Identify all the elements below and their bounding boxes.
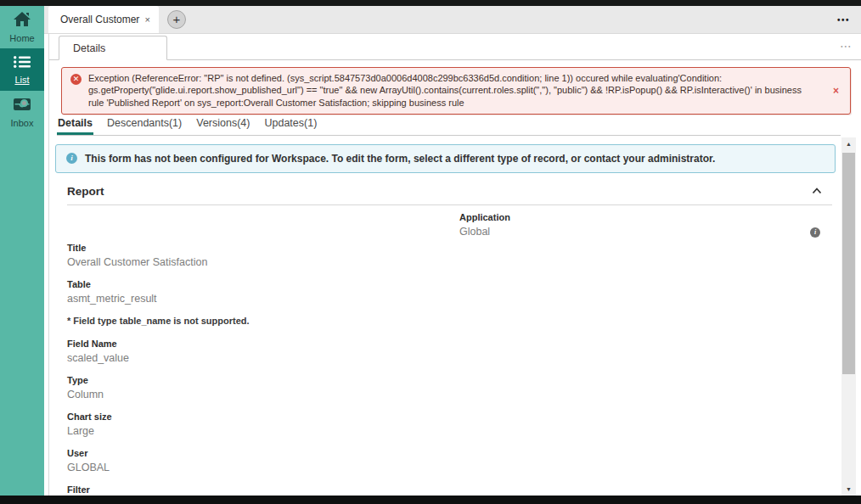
- field-chart-size: Chart size Large: [67, 412, 832, 437]
- record-tabstrip: Overall Customer ... × + •••: [44, 6, 861, 34]
- tab-versions[interactable]: Versions(4): [195, 115, 250, 135]
- sidebar-item-label: Inbox: [11, 118, 34, 128]
- field-label: Type: [67, 375, 832, 385]
- sidebar-item-list[interactable]: List: [0, 48, 44, 91]
- scrollbar-track[interactable]: [841, 151, 856, 482]
- field-value: asmt_metric_result: [67, 293, 832, 305]
- tab-details-outer[interactable]: Details: [59, 36, 167, 60]
- field-value: Overall Customer Satisfaction: [67, 256, 832, 268]
- form-scroll-area: i This form has not been configured for …: [49, 136, 861, 496]
- scrollbar-thumb[interactable]: [842, 153, 855, 374]
- field-title: Title Overall Customer Satisfaction: [67, 243, 832, 268]
- main-area: Overall Customer ... × + ••• Details ⋯ ✕…: [44, 6, 861, 496]
- field-label: Title: [67, 243, 832, 253]
- sidebar-item-home[interactable]: Home: [0, 6, 44, 48]
- exception-alert-text: Exception (ReferenceError: "RP" is not d…: [88, 72, 818, 109]
- bottom-chrome-bar: [0, 496, 861, 504]
- info-icon: i: [66, 153, 77, 164]
- chevron-up-icon[interactable]: [812, 188, 822, 194]
- error-icon: ✕: [70, 74, 82, 85]
- report-section: Report Application Global i: [67, 185, 832, 496]
- report-section-header: Report: [67, 185, 832, 198]
- tabstrip-overflow-icon[interactable]: •••: [837, 15, 861, 25]
- field-value: Large: [67, 425, 832, 437]
- section-title: Report: [67, 185, 104, 198]
- tab-details[interactable]: Details: [57, 115, 93, 135]
- field-application: Application Global: [459, 212, 832, 238]
- add-tab-button[interactable]: +: [167, 10, 186, 29]
- record-tab-label: Overall Customer ...: [60, 14, 140, 25]
- record-panel: Details ⋯ ✕ Exception (ReferenceError: "…: [48, 34, 861, 496]
- field-value: Global: [459, 226, 832, 238]
- tab-descendants[interactable]: Descendants(1): [106, 115, 183, 135]
- alert-close-icon[interactable]: ×: [833, 85, 839, 97]
- tab-updates[interactable]: Updates(1): [263, 115, 318, 135]
- record-tab-overall-customer[interactable]: Overall Customer ... ×: [48, 6, 159, 33]
- field-value: scaled_value: [67, 352, 832, 364]
- info-banner-text: This form has not been configured for Wo…: [85, 153, 715, 165]
- details-tab-label: Details: [73, 42, 105, 54]
- details-overflow-icon[interactable]: ⋯: [840, 39, 853, 53]
- field-value: GLOBAL: [67, 462, 832, 473]
- application-info-icon[interactable]: i: [810, 227, 820, 238]
- top-chrome-bar: [0, 0, 861, 6]
- field-filter: Filter metric.questionLIKEBased on your …: [67, 484, 832, 496]
- inbox-icon: [12, 97, 32, 115]
- field-field-name: Field Name scaled_value: [67, 339, 832, 364]
- form-scroll-content: i This form has not been configured for …: [49, 136, 836, 496]
- field-label: Application: [459, 212, 832, 222]
- field-user: User GLOBAL: [67, 448, 832, 473]
- field-table: Table asmt_metric_result: [67, 279, 832, 305]
- field-value: Column: [67, 389, 832, 400]
- report-fields: Application Global i Title Overall Custo…: [67, 205, 832, 496]
- tabstrip-spacer: [186, 6, 837, 33]
- tab-close-icon[interactable]: ×: [140, 14, 150, 25]
- app-sidebar: Home List Inbox: [0, 6, 44, 496]
- form-subtabs: Details Descendants(1) Versions(4) Updat…: [57, 115, 841, 136]
- scrollbar-up-icon[interactable]: ▲: [841, 137, 856, 151]
- field-note-table-name: * Field type table_name is not supported…: [67, 316, 832, 326]
- field-label: Chart size: [67, 412, 832, 422]
- exception-alert: ✕ Exception (ReferenceError: "RP" is not…: [61, 67, 851, 115]
- details-tab-row: Details ⋯: [49, 34, 861, 60]
- workspace-info-banner: i This form has not been configured for …: [55, 144, 836, 173]
- field-label: Field Name: [67, 339, 832, 349]
- field-label: Table: [67, 279, 832, 289]
- sidebar-item-inbox[interactable]: Inbox: [0, 91, 44, 133]
- list-icon: [13, 55, 31, 72]
- vertical-scrollbar[interactable]: ▲ ▼: [841, 137, 856, 496]
- field-type: Type Column: [67, 375, 832, 400]
- home-icon: [13, 11, 31, 31]
- sidebar-item-label: List: [14, 75, 29, 85]
- scrollbar-down-icon[interactable]: ▼: [841, 482, 856, 496]
- field-label: User: [67, 448, 832, 458]
- inbox-status-dot: [20, 99, 28, 107]
- workspace-window: Home List Inbox Overall Customer ... × +…: [0, 0, 861, 504]
- sidebar-item-label: Home: [9, 33, 34, 43]
- field-label: Filter: [67, 484, 832, 495]
